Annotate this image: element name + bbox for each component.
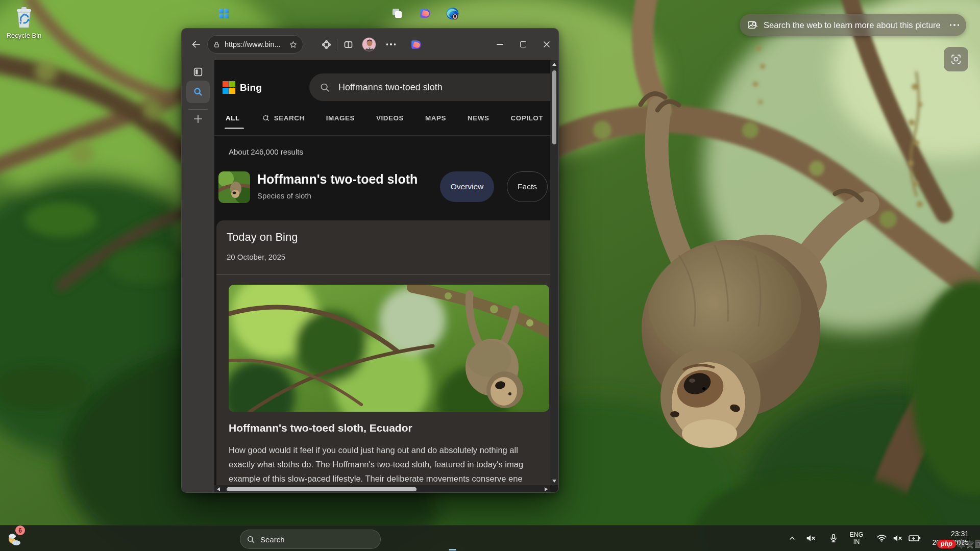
extensions-button[interactable] [317,36,335,53]
browser-titlebar: https://www.bin... [182,29,558,60]
tab-news[interactable]: NEWS [468,114,489,122]
battery-charging-icon [908,532,921,545]
spotlight-search-bar[interactable]: Search the web to learn more about this … [740,14,966,36]
edge-icon [446,7,459,20]
more-icon [386,43,396,45]
scroll-right-arrow[interactable] [542,485,550,493]
tabstrip-divider [188,109,208,110]
wifi-icon [876,532,888,544]
tray-time: 23:31 [951,530,969,538]
maximize-button[interactable] [511,34,535,55]
widgets-badge: 6 [15,525,25,535]
taskbar-search-box[interactable]: Search [240,530,381,549]
tray-language-switcher[interactable]: ENG IN [845,525,868,551]
entity-title[interactable]: Hoffmann's two-toed sloth [257,172,418,187]
today-on-bing-card: Today on Bing 20 October, 2025 [216,220,558,493]
tabs-divider [214,135,558,136]
tab-copilot[interactable]: COPILOT [511,114,544,122]
scroll-left-arrow[interactable] [214,485,223,493]
scroll-up-arrow[interactable] [550,60,558,68]
today-date: 20 October, 2025 [227,253,285,261]
microsoft-logo-icon [223,81,235,94]
paragraph-line-3: example of this slow-paced lifestyle. Th… [229,471,558,486]
search-query-text: Hoffmanns two-toed sloth [338,82,443,93]
vertical-scroll-thumb[interactable] [552,70,556,144]
task-view-icon [391,7,403,19]
watermark-logo: php [937,540,956,548]
recycle-bin-shortcut[interactable]: Recycle Bin [4,5,44,39]
watermark-cjk-text [958,539,980,549]
widgets-button[interactable]: 6 [4,527,31,549]
active-tab-underline [225,128,244,130]
split-screen-button[interactable] [339,36,357,53]
tab-actions-button[interactable] [192,66,204,78]
tab-videos[interactable]: VIDEOS [376,114,404,122]
bing-tabs: ALL SEARCH IMAGES VIDEOS MAPS NEWS COPIL… [226,113,543,122]
article-paragraph: How good would it feel if you could just… [229,443,558,486]
today-image[interactable] [229,285,549,412]
tray-volume-muted[interactable] [803,525,819,551]
avatar-image [362,38,376,52]
windows-start-icon [218,8,230,19]
entity-thumbnail[interactable] [218,171,250,203]
tray-microphone[interactable] [826,525,841,551]
extensions-icon [321,39,332,50]
close-icon [543,41,550,48]
search-icon [247,535,255,544]
close-button[interactable] [535,34,558,55]
new-tab-button[interactable] [192,113,204,124]
tray-wifi[interactable] [874,525,889,551]
task-view-button[interactable] [386,2,408,24]
start-button[interactable] [212,2,235,24]
spotlight-more-icon[interactable] [950,24,960,26]
generative-search-icon [261,113,271,122]
horizontal-scroll-thumb[interactable] [227,487,416,491]
tray-chevron-button[interactable] [786,525,799,551]
window-controls [488,29,558,60]
card-divider [216,274,558,274]
tab-all[interactable]: ALL [226,114,240,122]
recycle-bin-icon [14,5,34,29]
taskbar-copilot-button[interactable] [413,2,436,24]
tab-maps[interactable]: MAPS [425,114,446,122]
browser-more-button[interactable] [382,36,400,53]
language-line1: ENG [849,531,863,538]
minimize-button[interactable] [488,34,511,55]
article-title: Hoffmann's two-toed sloth, Ecuador [229,422,412,434]
facts-button[interactable]: Facts [507,171,548,202]
scroll-down-arrow[interactable] [550,477,558,485]
taskbar-edge-button[interactable] [441,2,463,24]
desktop: Recycle Bin Search the web to learn more… [0,0,980,551]
copilot-icon [418,7,431,20]
watermark-php-cn: php [937,539,980,549]
microphone-icon [828,533,839,543]
spotlight-text: Search the web to learn more about this … [764,20,950,30]
bing-tab-favicon [192,86,204,97]
results-count: About 246,000 results [229,147,303,156]
tray-battery[interactable] [906,525,923,551]
back-arrow-icon [190,39,202,50]
profile-avatar[interactable] [362,37,376,52]
tab-images[interactable]: IMAGES [326,114,355,122]
viewfinder-icon [950,53,962,65]
plus-icon [192,113,204,124]
tray-speaker[interactable] [890,525,905,551]
favorite-star-icon[interactable] [289,40,298,49]
overview-button[interactable]: Overview [440,171,494,202]
address-bar[interactable]: https://www.bin... [207,35,303,54]
back-button[interactable] [188,36,204,53]
horizontal-scrollbar[interactable] [214,485,550,493]
tab-search[interactable]: SEARCH [261,113,305,122]
vertical-scrollbar[interactable] [550,60,558,485]
copilot-button[interactable] [407,36,424,53]
bing-logo[interactable]: Bing [223,81,262,94]
active-tab-bing[interactable] [186,81,210,103]
toolbar-divider [337,39,337,50]
url-text: https://www.bin... [225,40,285,48]
browser-window: https://www.bin... [181,28,559,493]
paragraph-line-2: exactly what sloths do. The Hoffmann's t… [229,457,558,471]
bing-search-box[interactable]: Hoffmanns two-toed sloth [309,73,558,101]
edge-running-indicator [449,549,456,550]
spotlight-camera-button[interactable] [944,47,968,71]
entity-subtitle: Species of sloth [257,191,311,200]
